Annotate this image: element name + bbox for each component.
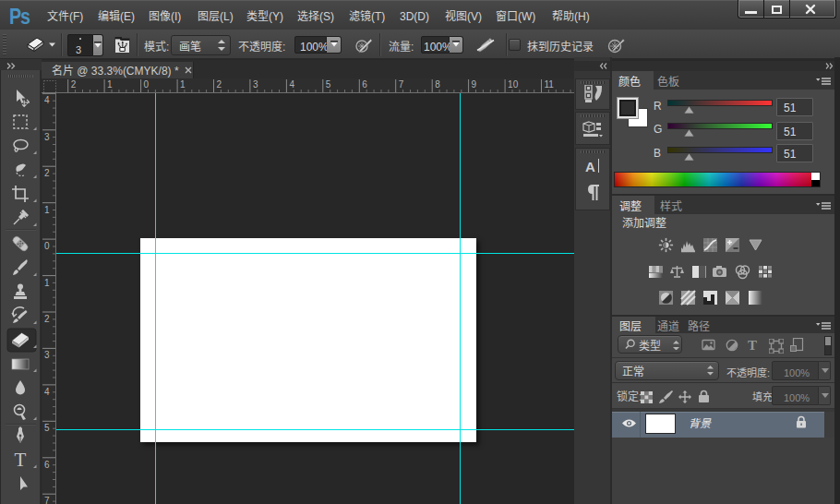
svg-text:1: 1	[44, 202, 50, 216]
svg-text:1: 1	[44, 275, 50, 289]
svg-text:3: 3	[44, 129, 50, 143]
svg-text:3: 3	[44, 347, 50, 361]
svg-text:4: 4	[44, 384, 50, 398]
svg-text:10: 10	[508, 78, 519, 90]
svg-text:5: 5	[44, 420, 50, 434]
svg-text:2: 2	[44, 165, 50, 179]
svg-text:9: 9	[472, 78, 477, 90]
svg-text:2: 2	[71, 78, 77, 90]
svg-text:6: 6	[44, 457, 50, 471]
svg-text:7: 7	[44, 493, 50, 504]
svg-text:4: 4	[44, 92, 50, 106]
svg-text:3: 3	[253, 78, 258, 90]
svg-text:1: 1	[180, 78, 186, 90]
svg-text:0: 0	[144, 78, 150, 90]
svg-text:8: 8	[435, 78, 440, 90]
svg-text:2: 2	[44, 311, 50, 325]
svg-text:6: 6	[362, 78, 367, 90]
svg-text:1: 1	[107, 78, 113, 90]
svg-text:2: 2	[217, 78, 222, 90]
svg-text:5: 5	[326, 78, 331, 90]
svg-text:11: 11	[545, 78, 555, 90]
svg-text:7: 7	[399, 78, 404, 90]
svg-text:T: T	[15, 449, 27, 471]
svg-text:4: 4	[289, 78, 294, 90]
svg-text:0: 0	[44, 238, 50, 252]
